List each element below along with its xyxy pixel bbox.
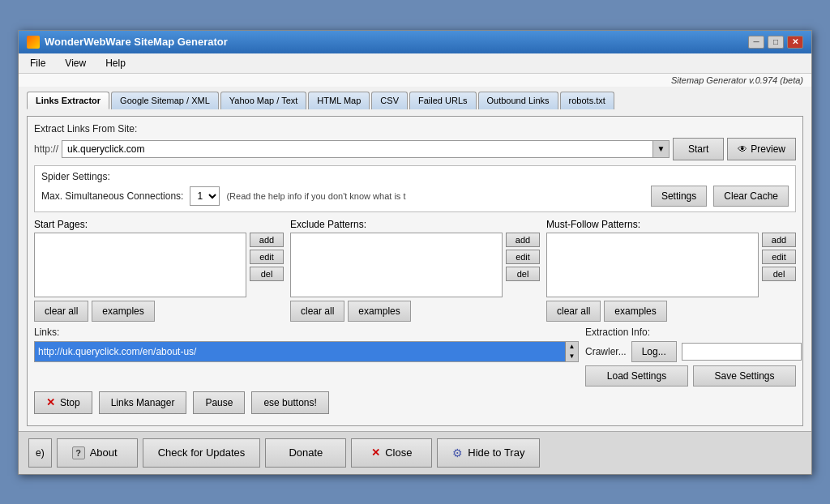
start-pages-clear-all[interactable]: clear all — [34, 301, 88, 322]
start-pages-listbox[interactable] — [34, 233, 246, 297]
settings-button[interactable]: Settings — [651, 186, 707, 207]
must-follow-inner: add edit del — [546, 233, 796, 297]
must-follow-examples[interactable]: examples — [604, 301, 666, 322]
tab-html-map[interactable]: HTML Map — [308, 92, 370, 109]
donate-button[interactable]: Donate — [265, 438, 346, 468]
menu-view[interactable]: View — [60, 56, 91, 70]
start-pages-examples[interactable]: examples — [92, 301, 154, 322]
hide-tray-label: Hide to Tray — [468, 446, 524, 459]
main-window: WonderWebWare SiteMap Generator ─ □ ✕ Fi… — [18, 30, 812, 475]
must-follow-buttons: add edit del — [762, 233, 796, 297]
title-controls: ─ □ ✕ — [748, 36, 803, 49]
tab-failed-urls[interactable]: Failed URLs — [409, 92, 477, 109]
maximize-button[interactable]: □ — [768, 36, 784, 49]
about-question-icon: ? — [72, 446, 85, 459]
url-section-label: Extract Links From Site: — [34, 123, 796, 135]
close-x-icon: ✕ — [371, 446, 380, 459]
spider-label: Spider Settings: — [41, 171, 789, 182]
minimize-button[interactable]: ─ — [748, 36, 764, 49]
menu-file[interactable]: File — [25, 56, 50, 70]
exclude-patterns-footer: clear all examples — [290, 301, 540, 322]
close-label: Close — [385, 446, 412, 459]
url-combo: ▼ — [62, 140, 670, 158]
url-prefix: http:// — [34, 143, 58, 155]
tab-bar: Links Extractor Google Sitemap / XML Yah… — [27, 92, 803, 109]
exclude-patterns-label: Exclude Patterns: — [290, 219, 540, 230]
menu-help[interactable]: Help — [101, 56, 130, 70]
links-scrollbar: ▲ ▼ — [565, 342, 578, 361]
must-follow-label: Must-Follow Patterns: — [546, 219, 796, 230]
extraction-info-row2: Load Settings Save Settings — [585, 365, 796, 387]
start-button[interactable]: Start — [673, 138, 724, 160]
press-buttons-button[interactable]: ese buttons! — [251, 391, 328, 414]
exclude-examples[interactable]: examples — [348, 301, 410, 322]
tab-robots-txt[interactable]: robots.txt — [560, 92, 614, 109]
links-left: Links: ▲ ▼ — [34, 327, 579, 387]
menu-bar: File View Help — [19, 53, 811, 74]
preview-icon: 👁 — [738, 143, 747, 155]
start-pages-label: Start Pages: — [34, 219, 284, 230]
links-label: Links: — [34, 327, 579, 338]
main-content: Links Extractor Google Sitemap / XML Yah… — [19, 87, 811, 431]
start-pages-del[interactable]: del — [250, 267, 284, 281]
start-pages-edit[interactable]: edit — [250, 250, 284, 264]
exclude-add[interactable]: add — [506, 233, 540, 247]
tab-csv[interactable]: CSV — [371, 92, 408, 109]
extraction-info-input[interactable] — [682, 343, 802, 361]
exclude-patterns-listbox[interactable] — [290, 233, 503, 297]
must-follow-listbox[interactable] — [546, 233, 759, 297]
crawler-label: Crawler... — [585, 346, 627, 357]
must-follow-del[interactable]: del — [762, 267, 796, 281]
exclude-del[interactable]: del — [506, 267, 540, 281]
preview-button[interactable]: 👁 Preview — [727, 138, 796, 160]
clear-cache-button[interactable]: Clear Cache — [713, 186, 789, 207]
exclude-edit[interactable]: edit — [506, 250, 540, 264]
tab-google-sitemap[interactable]: Google Sitemap / XML — [111, 92, 219, 109]
check-updates-button[interactable]: Check for Updates — [143, 438, 261, 468]
exclude-clear-all[interactable]: clear all — [290, 301, 344, 322]
start-pages-add[interactable]: add — [250, 233, 284, 247]
connections-select[interactable]: 1 2 3 4 5 — [190, 186, 220, 206]
must-follow-add[interactable]: add — [762, 233, 796, 247]
start-pages-buttons: add edit del — [250, 233, 284, 297]
must-follow-clear-all[interactable]: clear all — [546, 301, 601, 322]
links-section: Links: ▲ ▼ Extraction Info: Crawler... — [34, 327, 796, 387]
must-follow-footer: clear all examples — [546, 301, 796, 322]
tab-links-extractor[interactable]: Links Extractor — [27, 92, 109, 109]
log-button[interactable]: Log... — [631, 341, 677, 362]
start-pages-panel: Start Pages: add edit del clear all exam… — [34, 219, 284, 322]
hide-tray-icon: ⚙ — [452, 446, 463, 459]
hide-tray-button[interactable]: ⚙ Hide to Tray — [437, 438, 540, 468]
save-settings-button[interactable]: Save Settings — [693, 365, 796, 387]
links-input[interactable] — [35, 342, 565, 361]
pause-button[interactable]: Pause — [193, 391, 245, 414]
stop-button[interactable]: ✕ Stop — [34, 391, 92, 414]
spider-section: Spider Settings: Max. Simultaneous Conne… — [34, 165, 796, 212]
window-title: WonderWebWare SiteMap Generator — [45, 36, 228, 48]
about-button[interactable]: ? About — [57, 438, 138, 468]
start-pages-inner: add edit del — [34, 233, 284, 297]
window-close-button[interactable]: ✕ — [787, 36, 803, 49]
exclude-patterns-inner: add edit del — [290, 233, 540, 297]
version-bar: Sitemap Generator v.0.974 (beta) — [19, 74, 811, 87]
must-follow-edit[interactable]: edit — [762, 250, 796, 264]
content-area: Extract Links From Site: http:// ▼ Start… — [27, 116, 803, 426]
exclude-patterns-panel: Exclude Patterns: add edit del clear all… — [290, 219, 540, 322]
url-dropdown-icon[interactable]: ▼ — [652, 141, 669, 157]
links-manager-button[interactable]: Links Manager — [99, 391, 187, 414]
tab-yahoo-map[interactable]: Yahoo Map / Text — [220, 92, 307, 109]
action-row: ✕ Stop Links Manager Pause ese buttons! — [34, 391, 796, 414]
about-label: About — [90, 446, 118, 459]
scroll-down-icon[interactable]: ▼ — [566, 352, 578, 361]
close-button[interactable]: ✕ Close — [351, 438, 432, 468]
tab-outbound-links[interactable]: Outbound Links — [478, 92, 558, 109]
three-column-section: Start Pages: add edit del clear all exam… — [34, 219, 796, 322]
links-input-wrapper: ▲ ▼ — [34, 341, 579, 362]
scroll-up-icon[interactable]: ▲ — [566, 342, 578, 352]
start-pages-footer: clear all examples — [34, 301, 284, 322]
links-right: Extraction Info: Crawler... Log... Load … — [585, 327, 796, 387]
exclude-patterns-buttons: add edit del — [506, 233, 540, 297]
extraction-info: Crawler... Log... Load Settings Save Set… — [585, 341, 796, 387]
load-settings-button[interactable]: Load Settings — [585, 365, 688, 387]
url-input[interactable] — [62, 141, 652, 157]
